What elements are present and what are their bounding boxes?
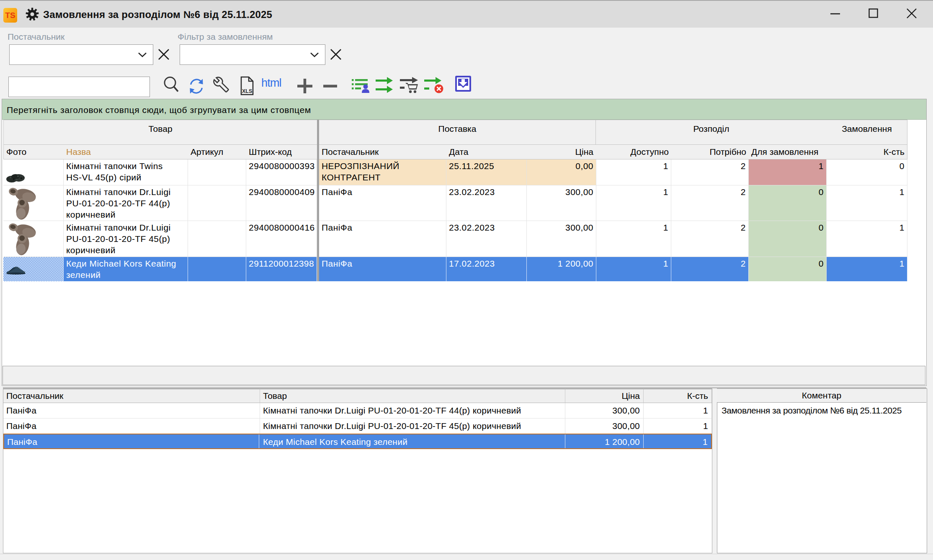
svg-text:XLS: XLS bbox=[242, 88, 252, 94]
